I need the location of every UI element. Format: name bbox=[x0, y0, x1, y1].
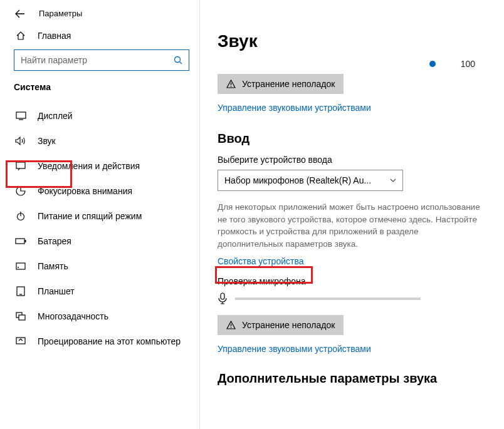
manage-sound-devices-link[interactable]: Управление звуковыми устройствами bbox=[218, 103, 371, 113]
home-icon bbox=[15, 31, 26, 41]
sidebar-item-label: Уведомления и действия bbox=[38, 161, 140, 171]
svg-point-20 bbox=[231, 327, 232, 328]
device-properties-link[interactable]: Свойства устройства bbox=[218, 256, 304, 266]
svg-rect-2 bbox=[16, 112, 26, 118]
display-icon bbox=[15, 111, 26, 120]
sidebar-item-sound[interactable]: Звук bbox=[0, 128, 199, 153]
sidebar-item-storage[interactable]: Память bbox=[0, 254, 199, 279]
power-icon bbox=[15, 211, 26, 221]
troubleshoot-input-button[interactable]: Устранение неполадок bbox=[218, 315, 344, 335]
search-icon bbox=[174, 56, 182, 65]
svg-rect-4 bbox=[16, 162, 25, 168]
manage-sound-devices-link-2[interactable]: Управление звуковыми устройствами bbox=[218, 344, 371, 354]
sidebar-item-battery[interactable]: Батарея bbox=[0, 229, 199, 254]
storage-icon bbox=[15, 262, 26, 270]
sidebar-item-label: Батарея bbox=[38, 236, 71, 246]
battery-icon bbox=[15, 237, 26, 245]
section-label: Система bbox=[0, 82, 199, 103]
search-input[interactable] bbox=[21, 55, 174, 65]
home-label: Главная bbox=[38, 31, 71, 41]
microphone-icon bbox=[218, 292, 228, 305]
sidebar-item-label: Проецирование на этот компьютер bbox=[38, 336, 181, 346]
sidebar-item-label: Фокусировка внимания bbox=[38, 186, 132, 196]
svg-rect-9 bbox=[16, 263, 25, 269]
sidebar-item-project[interactable]: Проецирование на этот компьютер bbox=[0, 329, 199, 354]
svg-point-17 bbox=[231, 86, 232, 87]
input-device-selected: Набор микрофонов (Realtek(R) Au... bbox=[224, 175, 371, 185]
multitask-icon bbox=[15, 312, 26, 321]
sidebar-item-focus[interactable]: Фокусировка внимания bbox=[0, 178, 199, 204]
troubleshoot-label: Устранение неполадок bbox=[242, 320, 335, 330]
sidebar-item-label: Питание и спящий режим bbox=[38, 211, 142, 221]
volume-indicator: 100 bbox=[218, 59, 504, 69]
troubleshoot-label: Устранение неполадок bbox=[242, 79, 335, 89]
project-icon bbox=[15, 337, 26, 346]
sidebar-item-display[interactable]: Дисплей bbox=[0, 103, 199, 128]
search-input-wrap[interactable] bbox=[14, 49, 189, 71]
window-title: Параметры bbox=[39, 9, 82, 18]
svg-rect-7 bbox=[16, 239, 24, 244]
focus-icon bbox=[15, 186, 26, 196]
svg-rect-14 bbox=[19, 315, 25, 320]
notifications-icon bbox=[15, 162, 26, 170]
tablet-icon bbox=[15, 286, 26, 296]
sidebar-item-multitask[interactable]: Многозадачность bbox=[0, 304, 199, 329]
sidebar-item-label: Дисплей bbox=[38, 111, 73, 121]
sidebar-item-label: Многозадачность bbox=[38, 311, 108, 321]
input-device-select[interactable]: Набор микрофонов (Realtek(R) Au... bbox=[218, 170, 403, 191]
svg-rect-18 bbox=[221, 293, 224, 299]
warning-icon bbox=[226, 321, 236, 329]
input-choose-label: Выберите устройство ввода bbox=[218, 155, 504, 165]
sound-icon bbox=[15, 136, 26, 146]
chevron-down-icon bbox=[390, 178, 396, 182]
sidebar-item-label: Звук bbox=[38, 136, 56, 146]
back-icon[interactable] bbox=[15, 9, 25, 18]
input-heading: Ввод bbox=[218, 132, 504, 146]
svg-point-0 bbox=[175, 57, 181, 63]
svg-line-1 bbox=[180, 62, 182, 65]
warning-icon bbox=[226, 80, 236, 88]
svg-point-10 bbox=[18, 267, 19, 268]
page-title: Звук bbox=[218, 0, 504, 63]
mic-level-bar bbox=[235, 297, 421, 300]
additional-params-heading: Дополнительные параметры звука bbox=[218, 371, 504, 386]
sidebar-item-tablet[interactable]: Планшет bbox=[0, 279, 199, 304]
svg-rect-8 bbox=[25, 240, 26, 242]
sidebar-item-power[interactable]: Питание и спящий режим bbox=[0, 204, 199, 229]
volume-slider-knob[interactable] bbox=[429, 61, 436, 67]
sidebar-item-notifications[interactable]: Уведомления и действия bbox=[0, 153, 199, 178]
sidebar-item-label: Планшет bbox=[38, 286, 75, 296]
home-nav[interactable]: Главная bbox=[0, 24, 199, 49]
mic-check-label: Проверка микрофона bbox=[218, 276, 504, 286]
sidebar-item-label: Память bbox=[38, 261, 68, 271]
troubleshoot-output-button[interactable]: Устранение неполадок bbox=[218, 74, 344, 94]
input-help-text: Для некоторых приложений может быть наст… bbox=[218, 201, 481, 250]
volume-value: 100 bbox=[461, 59, 475, 69]
